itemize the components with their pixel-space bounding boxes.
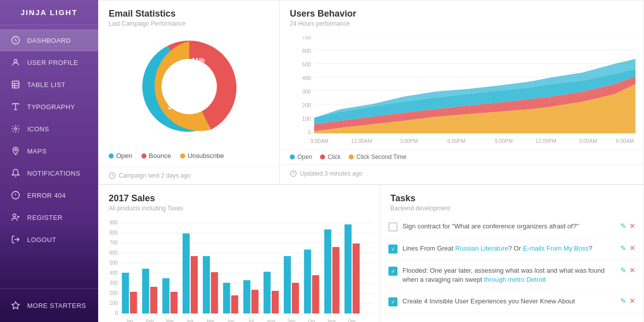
sidebar: JINJA LIGHT DASHBOARD USER PROFILE TABLE… <box>0 0 98 322</box>
svg-rect-78 <box>163 278 170 313</box>
sidebar-item-notifications[interactable]: NOTIFICATIONS <box>0 162 98 184</box>
sidebar-item-table-list[interactable]: TABLE LIST <box>0 73 98 96</box>
svg-rect-94 <box>272 291 279 313</box>
svg-text:700: 700 <box>302 36 311 40</box>
sidebar-item-maps[interactable]: MAPS <box>0 140 98 162</box>
svg-text:800: 800 <box>109 230 118 235</box>
svg-text:Feb: Feb <box>146 318 154 322</box>
email-stats-legend: Open Bounce Unsubscribe <box>99 147 279 167</box>
svg-text:Nov: Nov <box>328 318 336 322</box>
task-item-3: Flooded: One year later, assessing what … <box>380 260 643 291</box>
task-checkbox-4[interactable] <box>388 297 397 306</box>
svg-text:100: 100 <box>302 116 311 122</box>
svg-rect-72 <box>122 273 129 313</box>
logout-icon <box>10 234 21 245</box>
svg-text:9:00AM: 9:00AM <box>310 138 329 144</box>
sidebar-item-error404[interactable]: ERROR 404 <box>0 184 98 206</box>
task-delete-2[interactable]: ✕ <box>629 244 635 252</box>
click2-dot <box>349 154 354 159</box>
svg-text:600: 600 <box>109 250 118 256</box>
svg-rect-100 <box>312 275 319 313</box>
svg-text:Jun: Jun <box>227 318 234 322</box>
legend-bounce-label: Bounce <box>149 152 171 159</box>
svg-text:200: 200 <box>302 103 311 108</box>
svg-rect-105 <box>345 224 352 313</box>
svg-rect-97 <box>292 283 299 313</box>
users-behavior-header: Users Behavior 24 Hours performance <box>280 1 643 31</box>
svg-text:Oct: Oct <box>308 318 315 322</box>
task-item-4: Create 4 Invisible User Experiences you … <box>380 291 643 313</box>
user-icon <box>10 57 21 68</box>
open-dot <box>109 153 114 158</box>
email-stats-header: Email Statistics Last Campaign Performan… <box>99 1 279 31</box>
sidebar-item-logout[interactable]: LOGOUT <box>0 228 98 251</box>
legend-unsubscribe-label: Unsubscribe <box>188 152 224 159</box>
svg-rect-79 <box>171 292 178 313</box>
task-item-1: Sign contract for "What are conference o… <box>380 216 643 238</box>
sidebar-item-user-profile[interactable]: USER PROFILE <box>0 51 98 73</box>
email-stats-card: Email Statistics Last Campaign Performan… <box>98 0 279 185</box>
svg-text:Jul: Jul <box>248 318 254 322</box>
task-delete-3[interactable]: ✕ <box>629 266 635 274</box>
svg-rect-93 <box>264 272 271 313</box>
svg-text:53%: 53% <box>196 84 212 92</box>
svg-text:500: 500 <box>109 260 118 266</box>
task-actions-1: ✎ ✕ <box>620 222 635 230</box>
sidebar-item-label: DASHBOARD <box>27 37 71 44</box>
email-stats-title: Email Statistics <box>109 9 269 19</box>
svg-rect-96 <box>284 256 291 313</box>
svg-rect-73 <box>130 292 137 313</box>
sidebar-item-dashboard[interactable]: DASHBOARD <box>0 29 98 51</box>
clock-icon2 <box>290 170 297 177</box>
task-checkbox-2[interactable] <box>388 245 397 254</box>
sidebar-item-typography[interactable]: TYPOGRAPHY <box>0 96 98 118</box>
task-delete-1[interactable]: ✕ <box>629 222 635 230</box>
sidebar-item-label: MAPS <box>27 147 47 155</box>
typography-icon <box>10 101 21 112</box>
icons-icon <box>10 123 21 134</box>
svg-rect-75 <box>142 269 149 313</box>
sales-header: 2017 Sales All products including Taxes <box>99 185 380 216</box>
sales-title: 2017 Sales <box>109 193 370 204</box>
sidebar-item-register[interactable]: REGISTER <box>0 206 98 228</box>
task-edit-4[interactable]: ✎ <box>620 297 626 305</box>
legend-open-label: Open <box>116 152 132 159</box>
legend-click-label: Click <box>328 153 341 160</box>
task-edit-1[interactable]: ✎ <box>620 222 626 230</box>
error-icon <box>10 190 21 201</box>
task-checkbox-1[interactable] <box>388 222 397 231</box>
sidebar-item-icons[interactable]: ICONS <box>0 118 98 140</box>
register-icon <box>10 212 21 223</box>
legend-open-item: Open <box>290 153 312 160</box>
svg-rect-102 <box>324 229 331 313</box>
area-chart: 0 100 200 300 400 500 600 700 9:00AM 12:… <box>288 36 635 147</box>
sidebar-nav: DASHBOARD USER PROFILE TABLE LIST TYPOGR… <box>0 25 98 288</box>
svg-point-1 <box>14 59 17 62</box>
svg-rect-2 <box>12 81 19 88</box>
svg-point-9 <box>15 149 17 151</box>
sidebar-item-label: LOGOUT <box>27 236 56 244</box>
task-edit-3[interactable]: ✎ <box>620 266 626 274</box>
task-checkbox-3[interactable] <box>388 267 397 276</box>
bounce-dot <box>141 153 146 158</box>
task-edit-2[interactable]: ✎ <box>620 244 626 252</box>
pie-chart: 53% 36% 11% <box>139 36 239 137</box>
sidebar-item-label: USER PROFILE <box>27 59 78 66</box>
email-stats-subtitle: Last Campaign Performance <box>109 20 269 27</box>
dashboard-icon <box>10 35 21 46</box>
task-actions-4: ✎ ✕ <box>620 297 635 305</box>
svg-text:Jan: Jan <box>126 318 133 322</box>
users-behavior-footer-text: Updated 3 minutes ago <box>300 170 362 177</box>
svg-text:Dec: Dec <box>348 318 357 322</box>
sidebar-item-more-starters[interactable]: MORE STARTERS <box>10 295 88 316</box>
task-delete-4[interactable]: ✕ <box>629 297 635 305</box>
svg-rect-84 <box>203 256 210 313</box>
svg-rect-87 <box>223 283 230 313</box>
open-dot2 <box>290 154 295 159</box>
sidebar-footer: MORE STARTERS <box>0 288 98 322</box>
svg-rect-88 <box>231 295 238 313</box>
svg-rect-99 <box>304 250 311 313</box>
click-dot <box>320 154 325 159</box>
tasks-list: Sign contract for "What are conference o… <box>380 216 643 317</box>
sidebar-item-label: TYPOGRAPHY <box>27 103 75 111</box>
